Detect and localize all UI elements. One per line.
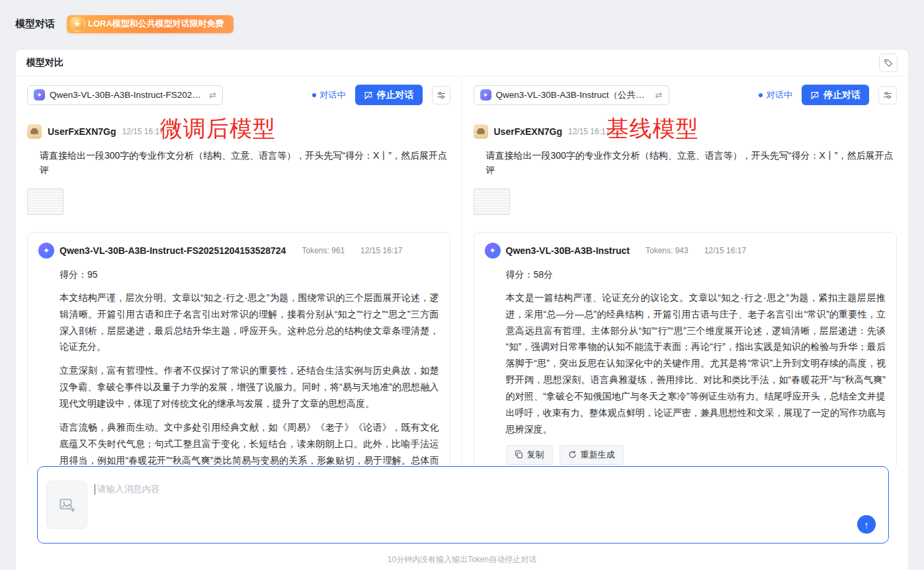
assistant-avatar: ✦ xyxy=(38,243,54,259)
user-message-time: 12/15 16:17 xyxy=(122,127,163,136)
user-name: UserFxEXN7Gg xyxy=(48,126,116,137)
assistant-card-right: ✦ Qwen3-VL-30B-A3B-Instruct Tokens: 943 … xyxy=(474,232,898,466)
column-baseline: ✦ Qwen3-VL-30B-A3B-Instruct（公共模... ⇄ 对话中 xyxy=(462,77,909,466)
assistant-model-name: Qwen3-VL-30B-A3B-Instruct xyxy=(506,245,630,256)
tag-icon xyxy=(884,58,893,67)
toolbar-left: ✦ Qwen3-VL-30B-A3B-Instruct-FS20251... ⇄… xyxy=(27,85,450,105)
assistant-paragraph: 立意深刻，富有哲理性。作者不仅探讨了常识的重要性，还结合生活实例与历史典故，如楚… xyxy=(60,362,439,412)
model-icon: ✦ xyxy=(34,89,45,101)
user-name: UserFxEXN7Gg xyxy=(494,126,562,137)
assistant-time: 12/15 16:17 xyxy=(704,246,746,255)
promo-icon: ★ xyxy=(69,16,85,32)
panel-title: 模型对比 xyxy=(26,57,63,69)
status-badge: 对话中 xyxy=(759,89,792,101)
user-message-header: UserFxEXN7Gg 12/15 16:17 xyxy=(27,124,450,139)
regenerate-icon xyxy=(568,450,577,459)
input-placeholder-area[interactable]: 请输入消息内容 xyxy=(95,483,160,495)
send-button[interactable]: ↑ xyxy=(857,515,876,534)
attachment-thumbnail[interactable] xyxy=(474,188,510,215)
status-label: 对话中 xyxy=(320,89,346,101)
top-bar: 模型对话 ★ LORA模型和公共模型对话限时免费 xyxy=(0,0,924,48)
status-dot xyxy=(312,93,316,97)
swap-model-icon[interactable]: ⇄ xyxy=(655,90,663,100)
user-avatar xyxy=(474,124,488,139)
model-select-label: Qwen3-VL-30B-A3B-Instruct（公共模... xyxy=(496,89,651,101)
assistant-body: 得分：95 本文结构严谨，层次分明。文章以“知之·行之·思之”为题，围绕常识的三… xyxy=(60,266,439,466)
model-select-right[interactable]: ✦ Qwen3-VL-30B-A3B-Instruct（公共模... ⇄ xyxy=(474,85,669,105)
copy-icon xyxy=(515,450,523,459)
toolbar-right-group: 对话中 停止对话 xyxy=(312,85,450,105)
model-select-left[interactable]: ✦ Qwen3-VL-30B-A3B-Instruct-FS20251... ⇄ xyxy=(27,85,223,105)
copy-button-right[interactable]: 复制 xyxy=(506,445,553,465)
assistant-avatar: ✦ xyxy=(485,243,501,259)
score-line: 得分：58分 xyxy=(506,266,886,283)
assistant-tokens: Tokens: 943 xyxy=(646,246,689,255)
settings-button-left[interactable] xyxy=(432,86,450,104)
message-input[interactable]: 请输入消息内容 ↑ xyxy=(37,466,889,544)
compare-panel: 模型对比 ✦ Qwen3-VL-30B-A3B-Instruct-FS20251… xyxy=(15,49,909,570)
assistant-header: ✦ Qwen3-VL-30B-A3B-Instruct Tokens: 943 … xyxy=(485,243,886,259)
model-icon: ✦ xyxy=(480,89,491,101)
score-line: 得分：95 xyxy=(60,266,439,283)
input-placeholder: 请输入消息内容 xyxy=(97,483,160,495)
column-finetuned: ✦ Qwen3-VL-30B-A3B-Instruct-FS20251... ⇄… xyxy=(16,77,462,466)
assistant-body: 得分：58分 本文是一篇结构严谨、论证充分的议论文。文章以“知之·行之·思之”为… xyxy=(506,266,886,438)
assistant-paragraph: 语言流畅，典雅而生动。文中多处引用经典文献，如《周易》《老子》《论语》，既有文化… xyxy=(60,419,439,466)
stop-chat-button-left[interactable]: 停止对话 xyxy=(355,85,423,105)
assistant-model-name: Qwen3-VL-30B-A3B-Instruct-FS202512041535… xyxy=(60,245,286,256)
assistant-actions: 复制 重新生成 xyxy=(506,445,886,465)
assistant-time: 12/15 16:17 xyxy=(360,246,402,255)
settings-sliders-icon xyxy=(883,91,892,100)
page-title: 模型对话 xyxy=(15,18,55,30)
status-label: 对话中 xyxy=(767,89,792,101)
user-message-time: 12/15 16:17 xyxy=(568,127,610,136)
toolbar-right-group: 对话中 停止对话 xyxy=(759,85,897,105)
user-message-text: 请直接给出一段300字的专业作文分析（结构、立意、语言等），开头先写“得分：X丨… xyxy=(27,148,450,178)
copy-label: 复制 xyxy=(527,449,544,461)
settings-sliders-icon xyxy=(437,91,446,100)
promo-banner: ★ LORA模型和公共模型对话限时免费 xyxy=(67,15,233,33)
user-avatar xyxy=(27,124,42,139)
columns-wrapper: ✦ Qwen3-VL-30B-A3B-Instruct-FS20251... ⇄… xyxy=(16,77,908,466)
user-message-text: 请直接给出一段300字的专业作文分析（结构、立意、语言等），开头先写“得分：X丨… xyxy=(474,148,898,178)
upload-image-icon xyxy=(58,497,75,514)
arrow-up-icon: ↑ xyxy=(864,519,869,530)
model-select-label: Qwen3-VL-30B-A3B-Instruct-FS20251... xyxy=(50,90,204,100)
upload-image-button[interactable] xyxy=(46,481,87,529)
assistant-card-left: ✦ Qwen3-VL-30B-A3B-Instruct-FS2025120415… xyxy=(27,232,450,466)
attachment-thumbnail[interactable] xyxy=(27,188,63,215)
assistant-tokens: Tokens: 961 xyxy=(302,246,345,255)
settings-button-right[interactable] xyxy=(878,86,897,104)
assistant-paragraph: 本文结构严谨，层次分明。文章以“知之·行之·思之”为题，围绕常识的三个层面展开论… xyxy=(60,290,439,356)
regenerate-button-right[interactable]: 重新生成 xyxy=(560,445,624,465)
assistant-header: ✦ Qwen3-VL-30B-A3B-Instruct-FS2025120415… xyxy=(38,243,439,259)
tag-button[interactable] xyxy=(879,54,898,72)
stop-chat-icon xyxy=(810,91,819,100)
stop-chat-label: 停止对话 xyxy=(823,89,861,101)
stop-chat-icon xyxy=(364,91,373,100)
swap-model-icon[interactable]: ⇄ xyxy=(209,90,216,100)
stop-chat-label: 停止对话 xyxy=(377,89,414,101)
panel-header: 模型对比 xyxy=(16,50,908,77)
regenerate-label: 重新生成 xyxy=(581,449,615,461)
auto-stop-note: 10分钟内没有输入输出Token自动停止对话 xyxy=(16,554,908,565)
text-cursor xyxy=(95,484,95,495)
toolbar-right: ✦ Qwen3-VL-30B-A3B-Instruct（公共模... ⇄ 对话中 xyxy=(474,85,898,105)
status-dot xyxy=(759,93,763,97)
stop-chat-button-right[interactable]: 停止对话 xyxy=(802,85,869,105)
user-message-header: UserFxEXN7Gg 12/15 16:17 xyxy=(474,124,898,139)
status-badge: 对话中 xyxy=(312,89,346,101)
assistant-paragraph: 本文是一篇结构严谨、论证充分的议论文。文章以“知之·行之·思之”为题，紧扣主题层… xyxy=(506,290,886,438)
promo-text: LORA模型和公共模型对话限时免费 xyxy=(88,18,224,30)
